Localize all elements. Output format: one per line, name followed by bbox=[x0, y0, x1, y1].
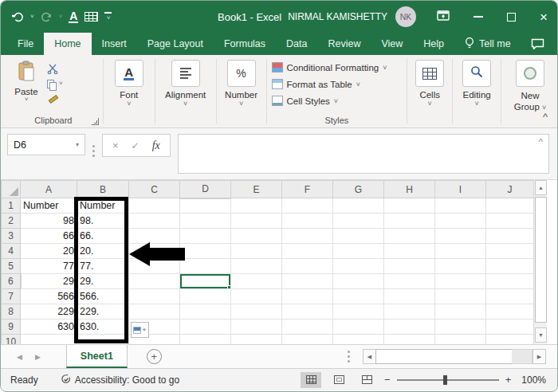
cell-F1[interactable] bbox=[282, 198, 333, 214]
row-header-8[interactable]: 8 bbox=[2, 304, 21, 319]
fill-options-button[interactable]: + bbox=[131, 322, 149, 338]
row-header-9[interactable]: 9 bbox=[2, 319, 21, 335]
cell-I4[interactable] bbox=[435, 244, 486, 259]
row-header-5[interactable]: 5 bbox=[2, 259, 21, 274]
format-painter-button[interactable] bbox=[47, 92, 63, 105]
cell-I6[interactable] bbox=[435, 274, 486, 289]
cell-A8[interactable]: 229 bbox=[21, 304, 77, 319]
cell-G6[interactable] bbox=[333, 274, 384, 289]
cell-G4[interactable] bbox=[333, 244, 384, 259]
tab-file[interactable]: File bbox=[7, 33, 44, 55]
cell-E1[interactable] bbox=[231, 198, 282, 214]
cell-I3[interactable] bbox=[435, 229, 486, 244]
cell-G5[interactable] bbox=[333, 259, 384, 274]
zoom-out-icon[interactable]: − bbox=[384, 374, 391, 386]
cell-B5[interactable]: 77. bbox=[77, 259, 129, 274]
cell-A2[interactable]: 98 bbox=[21, 214, 77, 229]
cell-A5[interactable]: 77 bbox=[21, 259, 77, 274]
borders-icon[interactable] bbox=[84, 12, 98, 22]
cell-I5[interactable] bbox=[435, 259, 486, 274]
redo-icon[interactable] bbox=[41, 12, 53, 22]
cell-C1[interactable] bbox=[129, 198, 180, 214]
scroll-up-icon[interactable]: ▲ bbox=[535, 180, 547, 195]
cell-B4[interactable]: 20. bbox=[77, 244, 129, 259]
cell-F4[interactable] bbox=[282, 244, 333, 259]
cell-G7[interactable] bbox=[333, 289, 384, 304]
tabbar-drag-handle[interactable] bbox=[348, 351, 350, 363]
format-as-table-button[interactable]: Format as Table ˅ bbox=[269, 76, 406, 92]
cell-I10[interactable] bbox=[435, 335, 486, 345]
name-box-dropdown-icon[interactable]: ▾ bbox=[76, 141, 79, 148]
paste-button[interactable]: Paste ˅ bbox=[6, 57, 47, 105]
zoom-slider[interactable] bbox=[397, 379, 499, 381]
maximize-button[interactable] bbox=[507, 13, 516, 22]
cell-F8[interactable] bbox=[282, 304, 333, 319]
column-header-b[interactable]: B bbox=[77, 181, 129, 198]
zoom-in-icon[interactable]: + bbox=[505, 374, 512, 386]
cell-J9[interactable] bbox=[486, 319, 534, 335]
tab-review[interactable]: Review bbox=[317, 33, 371, 55]
cell-J5[interactable] bbox=[486, 259, 534, 274]
font-group[interactable]: A Font ˅ bbox=[105, 57, 153, 127]
cell-I9[interactable] bbox=[435, 319, 486, 335]
cell-E5[interactable] bbox=[231, 259, 282, 274]
row-header-7[interactable]: 7 bbox=[2, 289, 21, 304]
ribbon-display-options-icon[interactable] bbox=[437, 10, 450, 24]
copy-button[interactable]: ˅ bbox=[47, 77, 63, 90]
alignment-group[interactable]: Alignment ˅ bbox=[157, 57, 214, 127]
close-button[interactable]: × bbox=[540, 10, 548, 24]
scroll-right-icon[interactable]: ▶ bbox=[532, 349, 546, 364]
insert-function-icon[interactable]: fx bbox=[152, 139, 160, 152]
account-name[interactable]: NIRMAL KAMISHETTY bbox=[288, 11, 387, 22]
zoom-level[interactable]: 100% bbox=[521, 374, 546, 386]
scroll-down-icon[interactable]: ▼ bbox=[535, 327, 547, 343]
cell-F10[interactable] bbox=[282, 335, 333, 345]
cell-A1[interactable]: Number bbox=[21, 198, 77, 214]
cut-button[interactable] bbox=[47, 62, 63, 75]
cell-H6[interactable] bbox=[384, 274, 435, 289]
cell-B9[interactable]: 630. bbox=[77, 319, 129, 335]
cell-C8[interactable] bbox=[129, 304, 180, 319]
avatar[interactable]: NK bbox=[395, 6, 416, 27]
tab-formulas[interactable]: Formulas bbox=[214, 33, 276, 55]
customize-qat-icon[interactable]: ˅ bbox=[104, 12, 112, 22]
column-header-j[interactable]: J bbox=[486, 181, 534, 198]
column-header-h[interactable]: H bbox=[384, 181, 435, 198]
column-header-i[interactable]: I bbox=[435, 181, 486, 198]
tab-tell-me[interactable]: Tell me bbox=[454, 33, 521, 55]
row-header-1[interactable]: 1 bbox=[2, 198, 21, 214]
cell-B2[interactable]: 98. bbox=[77, 214, 129, 229]
cell-E7[interactable] bbox=[231, 289, 282, 304]
cell-D9[interactable] bbox=[180, 319, 231, 335]
cell-I2[interactable] bbox=[435, 214, 486, 229]
accessibility-status[interactable]: Accessibility: Good to go bbox=[61, 374, 179, 386]
cell-H8[interactable] bbox=[384, 304, 435, 319]
row-header-10[interactable]: 10 bbox=[2, 335, 21, 345]
cell-G3[interactable] bbox=[333, 229, 384, 244]
cell-E2[interactable] bbox=[231, 214, 282, 229]
horizontal-scroll-thumb[interactable] bbox=[375, 349, 513, 364]
cell-H1[interactable] bbox=[384, 198, 435, 214]
cell-C6[interactable] bbox=[129, 274, 180, 289]
new-group[interactable]: New Group ˅ bbox=[503, 57, 557, 127]
page-break-view-button[interactable] bbox=[356, 372, 377, 388]
column-header-e[interactable]: E bbox=[231, 181, 282, 198]
cell-H5[interactable] bbox=[384, 259, 435, 274]
cell-F7[interactable] bbox=[282, 289, 333, 304]
cell-F5[interactable] bbox=[282, 259, 333, 274]
normal-view-button[interactable] bbox=[301, 372, 321, 388]
select-all-button[interactable] bbox=[2, 181, 21, 198]
name-box[interactable]: D6 ▾ bbox=[7, 134, 85, 155]
cell-D10[interactable] bbox=[180, 335, 231, 345]
enter-icon[interactable]: ✓ bbox=[132, 140, 140, 151]
tab-home[interactable]: Home bbox=[44, 33, 91, 55]
cell-D6[interactable] bbox=[180, 274, 231, 289]
row-header-6[interactable]: 6 bbox=[2, 274, 21, 289]
cell-C7[interactable] bbox=[129, 289, 180, 304]
cell-B8[interactable]: 229. bbox=[77, 304, 129, 319]
row-header-4[interactable]: 4 bbox=[2, 244, 21, 259]
comments-icon[interactable] bbox=[531, 33, 544, 55]
horizontal-scroll-track[interactable] bbox=[512, 349, 532, 364]
cell-E3[interactable] bbox=[231, 229, 282, 244]
cell-C4[interactable] bbox=[129, 244, 180, 259]
